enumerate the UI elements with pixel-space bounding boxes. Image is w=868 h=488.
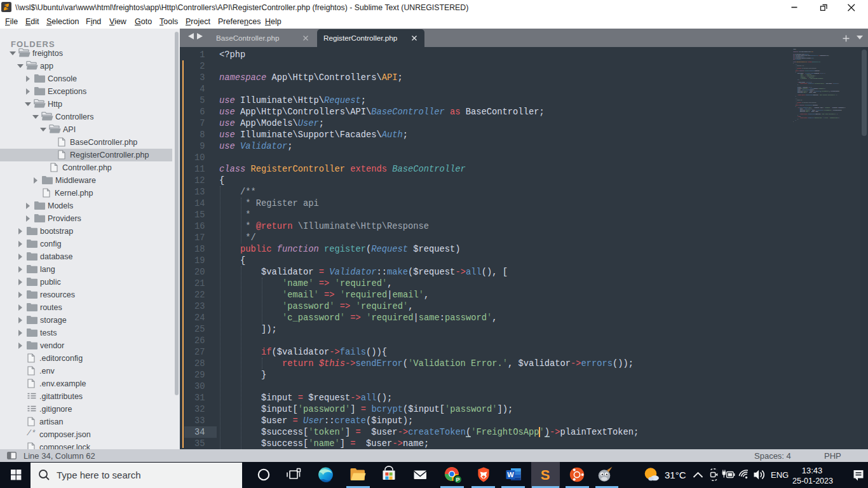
svg-text:S: S xyxy=(541,467,550,483)
svg-text:Type here to search: Type here to search xyxy=(57,470,141,480)
svg-text:25-01-2023: 25-01-2023 xyxy=(792,477,833,485)
svg-text:31°C: 31°C xyxy=(665,470,686,480)
svg-text:13:43: 13:43 xyxy=(802,466,823,475)
svg-text:W: W xyxy=(507,471,514,478)
svg-text:ENG: ENG xyxy=(771,470,789,480)
svg-text:P: P xyxy=(456,477,459,483)
